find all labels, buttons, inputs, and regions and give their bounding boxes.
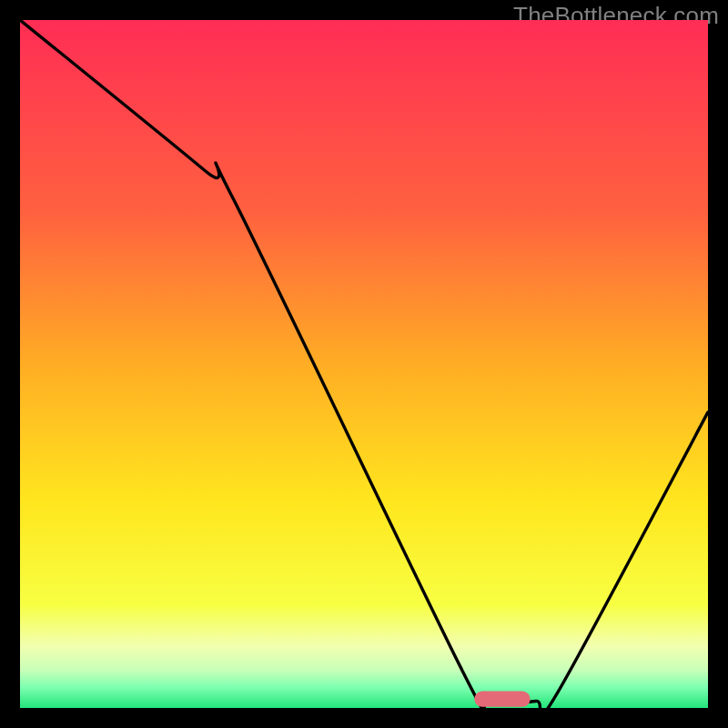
bottleneck-chart: [20, 20, 708, 708]
chart-stage: TheBottleneck.com: [0, 0, 728, 728]
